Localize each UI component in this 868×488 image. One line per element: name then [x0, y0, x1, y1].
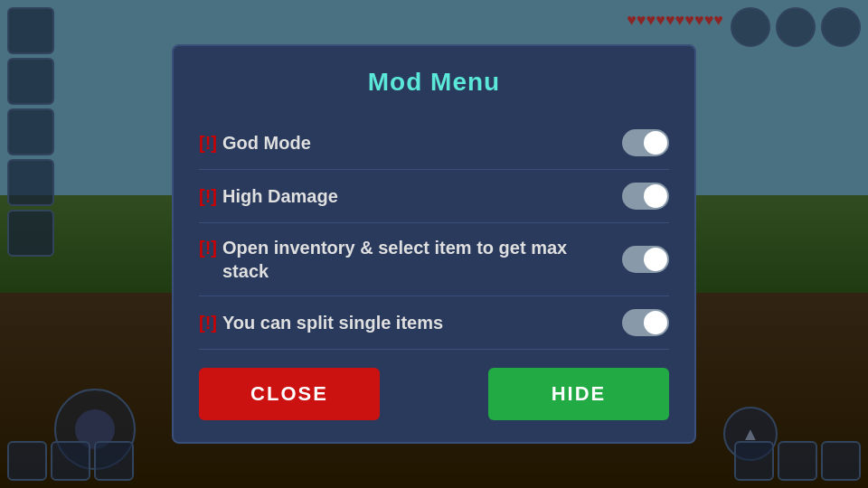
mod-item-god-mode: [!] God Mode: [199, 117, 669, 170]
hide-button[interactable]: HIDE: [488, 368, 669, 420]
mod-item-split-items: [!] You can split single items: [199, 296, 669, 350]
modal-title: Mod Menu: [199, 68, 669, 97]
mod-prefix-max-stack: [!]: [199, 236, 217, 259]
mod-text-max-stack: Open inventory & select item to get max …: [222, 236, 588, 283]
mod-label-max-stack: [!] Open inventory & select item to get …: [199, 236, 588, 283]
mod-prefix-god-mode: [!]: [199, 131, 217, 155]
mod-label-split-items: [!] You can split single items: [199, 311, 443, 334]
toggle-max-stack[interactable]: [622, 246, 669, 273]
toggle-high-damage[interactable]: [622, 183, 669, 210]
toggle-knob-split-items: [644, 311, 667, 334]
mod-label-god-mode: [!] God Mode: [199, 131, 311, 155]
mod-prefix-split-items: [!]: [199, 311, 217, 334]
toggle-knob-high-damage: [644, 184, 667, 208]
toggle-knob-god-mode: [644, 131, 667, 155]
toggle-god-mode[interactable]: [622, 129, 669, 156]
mod-menu-modal: Mod Menu [!] God Mode [!] High Damage [!…: [172, 44, 696, 444]
toggle-knob-max-stack: [644, 248, 667, 271]
mod-label-high-damage: [!] High Damage: [199, 184, 338, 208]
mod-item-high-damage: [!] High Damage: [199, 170, 669, 223]
mod-text-high-damage: High Damage: [222, 184, 338, 208]
toggle-split-items[interactable]: [622, 309, 669, 336]
mod-text-split-items: You can split single items: [222, 311, 443, 334]
mod-item-max-stack: [!] Open inventory & select item to get …: [199, 223, 669, 296]
mod-prefix-high-damage: [!]: [199, 184, 217, 208]
mod-text-god-mode: God Mode: [222, 131, 311, 155]
modal-buttons: CLOSE HIDE: [199, 368, 669, 420]
close-button[interactable]: CLOSE: [199, 368, 380, 420]
